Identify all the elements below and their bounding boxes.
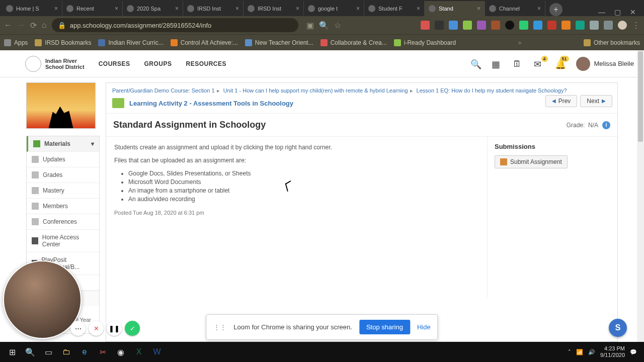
star-icon[interactable]: ☆ [334,21,341,30]
file-explorer-icon[interactable]: 🗀 [57,344,75,360]
tray-notifications-icon[interactable]: 💬 [630,349,637,355]
excel-icon[interactable]: X [130,344,148,360]
close-icon[interactable]: × [356,5,360,12]
sidebar-item-materials[interactable]: Materials▾ [27,136,99,152]
extension-icon[interactable] [449,21,458,30]
extension-icon[interactable] [561,21,571,30]
stop-sharing-button[interactable]: Stop sharing [359,320,410,334]
camera-icon[interactable]: ▣ [306,21,314,30]
new-tab-button[interactable]: + [549,3,562,16]
extension-icon[interactable] [604,21,613,30]
window-maximize-icon[interactable]: ▢ [614,8,621,16]
nav-groups[interactable]: GROUPS [144,60,172,67]
next-button[interactable]: Next▶ [580,95,612,107]
close-icon[interactable]: × [115,5,118,12]
bookmark-item[interactable]: New Teacher Orient... [245,39,313,46]
bookmark-overflow-icon[interactable]: » [518,39,522,46]
tray-volume-icon[interactable]: 🔊 [588,349,595,355]
sidebar-item-mastery[interactable]: Mastery [27,183,99,199]
browser-tab[interactable]: Recent× [62,1,123,16]
course-thumbnail[interactable] [26,82,96,129]
breadcrumb-link[interactable]: Parent/Guardian Demo Course: Section 1 [112,87,215,94]
word-icon[interactable]: W [148,344,166,360]
search-icon[interactable]: 🔍 [470,59,480,69]
tray-network-icon[interactable]: 📶 [576,349,583,355]
browser-tab-active[interactable]: Stand× [425,1,485,16]
extension-icon[interactable] [576,21,585,30]
close-icon[interactable]: × [235,5,239,12]
submit-assignment-button[interactable]: Submit Assignment [495,155,568,168]
nav-courses[interactable]: COURSES [99,60,130,67]
sidebar-item-updates[interactable]: Updates [27,152,99,167]
back-icon[interactable]: ← [4,21,12,30]
breadcrumb-link[interactable]: Unit 1 - How can I help support my child… [223,87,408,94]
extension-icon[interactable] [533,21,542,30]
reload-icon[interactable]: ⟳ [30,21,37,30]
close-icon[interactable]: × [417,5,420,12]
extension-icon[interactable] [421,21,430,30]
loom-webcam-bubble[interactable] [3,260,82,339]
chrome-icon[interactable]: ◉ [112,344,130,360]
browser-tab[interactable]: Home | S× [2,1,62,16]
schoology-fab[interactable]: S [609,319,627,337]
zoom-icon[interactable]: 🔍 [319,21,329,30]
browser-tab[interactable]: IRSD Inst× [183,1,244,16]
loom-pause-button[interactable]: ❚❚ [107,321,122,336]
bookmark-item[interactable]: Collaborate & Crea... [320,39,387,46]
sidebar-item-hac[interactable]: Home Access Center [27,230,99,252]
folder-link[interactable]: Learning Activity 2 - Assessment Tools i… [106,96,617,114]
window-minimize-icon[interactable]: — [598,8,605,16]
bookmark-item[interactable]: Control Alt Achieve:... [171,39,238,46]
district-logo[interactable]: Indian River School District [25,56,85,72]
window-close-icon[interactable]: ✕ [630,8,636,16]
page-scrollbar[interactable] [637,50,644,342]
share-handle-icon[interactable]: ⋮⋮ [213,323,226,331]
bookmark-item[interactable]: IRSD Bookmarks [35,39,91,46]
mail-icon[interactable]: ✉4 [534,59,544,69]
start-button[interactable]: ⊞ [3,344,21,360]
system-clock[interactable]: 4:23 PM 9/11/2020 [600,345,625,358]
sidebar-item-grades[interactable]: Grades [27,167,99,183]
calendar-icon[interactable]: 🗓 [513,59,523,69]
close-icon[interactable]: × [54,5,58,12]
sidebar-item-conferences[interactable]: Conferences [27,214,99,230]
search-button[interactable]: 🔍 [21,344,39,360]
apps-grid-icon[interactable]: ▦ [492,59,502,69]
browser-tab[interactable]: IRSD Inst× [244,1,304,16]
close-icon[interactable]: × [175,5,179,12]
other-bookmarks[interactable]: Other bookmarks [584,39,640,46]
breadcrumb-link[interactable]: Lesson 1 EQ: How do I help my student na… [417,87,567,94]
browser-tab[interactable]: Student F× [364,1,425,16]
nav-resources[interactable]: RESOURCES [186,60,226,67]
profile-avatar-icon[interactable] [618,21,627,30]
extension-icon[interactable] [505,21,514,30]
bell-icon[interactable]: 🔔51 [555,59,565,69]
user-menu[interactable]: Melissa Bleile [576,57,634,71]
menu-icon[interactable]: ⋮ [632,21,640,30]
task-view-button[interactable]: ▭ [39,344,57,360]
browser-tab[interactable]: google t× [304,1,364,16]
tray-chevron-icon[interactable]: ˄ [568,349,571,355]
home-icon[interactable]: ⌂ [42,21,47,30]
close-icon[interactable]: × [477,5,480,12]
bookmark-item[interactable]: i-Ready Dashboard [394,39,456,46]
browser-tab[interactable]: 2020 Spa× [123,1,183,16]
bookmark-item[interactable]: Indian River Curric... [98,39,163,46]
info-icon[interactable]: i [602,121,610,129]
extension-icon[interactable] [547,21,556,30]
loom-cancel-button[interactable]: ✕ [89,321,104,336]
prev-button[interactable]: ◀Prev [545,95,578,107]
loom-more-button[interactable]: ⋯ [70,321,86,336]
extension-icon[interactable] [590,21,599,30]
extension-icon[interactable] [435,21,444,30]
extension-icon[interactable] [519,21,528,30]
extension-icon[interactable] [463,21,472,30]
extension-icon[interactable] [491,21,500,30]
loom-done-button[interactable]: ✓ [125,321,140,336]
hide-share-bar-button[interactable]: Hide [417,323,431,331]
browser-tab[interactable]: Channel× [485,1,545,16]
close-icon[interactable]: × [537,5,541,12]
extension-icon[interactable] [477,21,486,30]
url-input[interactable]: 🔒 app.schoology.com/assignment/285916552… [52,18,298,32]
sidebar-item-members[interactable]: Members [27,199,99,214]
